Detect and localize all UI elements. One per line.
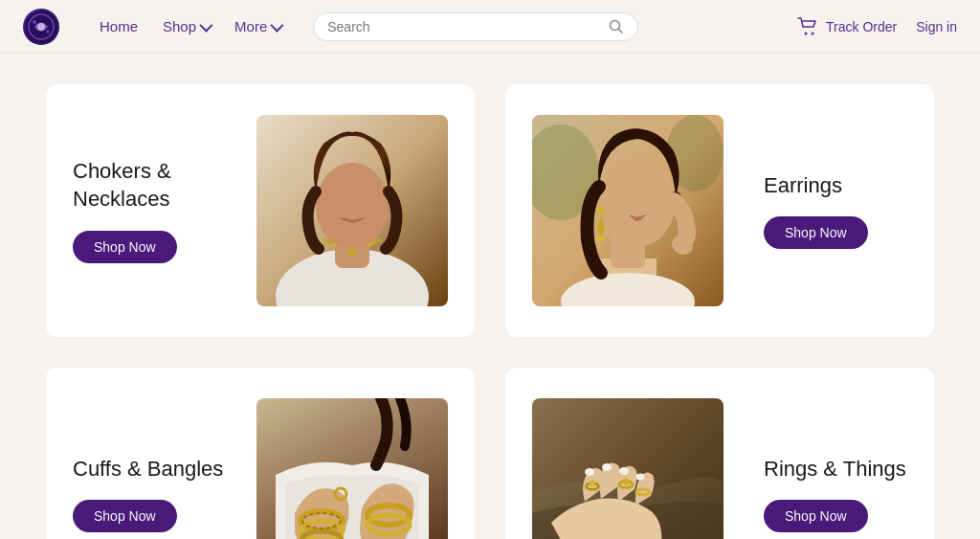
cart-icon xyxy=(797,17,818,36)
svg-point-42 xyxy=(602,463,612,471)
header-right: Track Order Sign in xyxy=(797,17,957,36)
svg-point-4 xyxy=(47,30,50,33)
chokers-necklaces-text: Chokers &Necklaces Shop Now xyxy=(73,158,216,262)
svg-point-39 xyxy=(623,479,630,485)
sign-in-link[interactable]: Sign in xyxy=(916,19,957,34)
nav-more[interactable]: More xyxy=(225,12,290,40)
cuffs-bangles-title: Cuffs & Bangles xyxy=(73,456,223,483)
logo[interactable] xyxy=(23,9,59,45)
category-chokers-necklaces: Chokers &Necklaces Shop Now xyxy=(46,84,475,337)
shop-chevron-icon xyxy=(199,18,212,32)
earrings-text: Earrings Shop Now xyxy=(764,172,907,250)
svg-point-37 xyxy=(590,481,595,486)
rings-things-text: Rings & Things Shop Now xyxy=(764,456,907,533)
chokers-necklaces-title: Chokers &Necklaces xyxy=(73,158,216,213)
cuffs-bangles-image xyxy=(256,398,448,539)
more-chevron-icon xyxy=(271,18,284,32)
earrings-photo xyxy=(532,115,724,306)
category-earrings: Earrings Shop Now xyxy=(505,84,934,337)
svg-point-24 xyxy=(596,236,606,241)
svg-point-23 xyxy=(597,207,605,214)
rings-photo xyxy=(532,398,724,539)
earrings-image xyxy=(532,115,724,306)
category-cuffs-bangles: Cuffs & Bangles Shop Now xyxy=(46,368,475,539)
bangles-photo xyxy=(256,398,448,539)
search-input[interactable] xyxy=(327,19,609,34)
cuffs-bangles-text: Cuffs & Bangles Shop Now xyxy=(73,456,223,533)
svg-point-22 xyxy=(599,155,676,247)
nav-shop[interactable]: Shop xyxy=(153,12,219,40)
rings-things-shop-now-button[interactable]: Shop Now xyxy=(764,500,868,532)
necklace-photo xyxy=(256,115,448,306)
rings-things-image xyxy=(532,398,724,539)
svg-point-8 xyxy=(812,32,814,34)
cuffs-bangles-shop-now-button[interactable]: Shop Now xyxy=(73,500,177,532)
svg-point-7 xyxy=(805,32,808,34)
rings-things-title: Rings & Things xyxy=(764,456,907,483)
svg-point-15 xyxy=(316,163,389,249)
svg-point-12 xyxy=(348,248,356,256)
svg-point-3 xyxy=(33,20,36,24)
main-nav: Home Shop More xyxy=(90,12,290,40)
svg-point-43 xyxy=(619,467,629,475)
svg-point-41 xyxy=(585,468,594,476)
chokers-necklaces-shop-now-button[interactable]: Shop Now xyxy=(73,231,177,263)
svg-point-2 xyxy=(37,23,45,31)
track-order[interactable]: Track Order xyxy=(797,17,897,36)
earrings-title: Earrings xyxy=(764,172,907,200)
nav-home[interactable]: Home xyxy=(90,12,147,40)
svg-line-6 xyxy=(619,29,623,33)
svg-point-25 xyxy=(674,239,693,255)
chokers-necklaces-image xyxy=(256,115,448,306)
category-rings-things: Rings & Things Shop Now xyxy=(505,368,934,539)
header: Home Shop More Track Order Sign xyxy=(0,0,980,54)
main-content: Chokers &Necklaces Shop Now xyxy=(0,54,980,539)
earrings-shop-now-button[interactable]: Shop Now xyxy=(764,216,868,249)
search-button[interactable] xyxy=(609,19,624,34)
search-bar xyxy=(313,12,638,41)
svg-point-44 xyxy=(636,474,645,481)
search-icon xyxy=(609,19,624,34)
